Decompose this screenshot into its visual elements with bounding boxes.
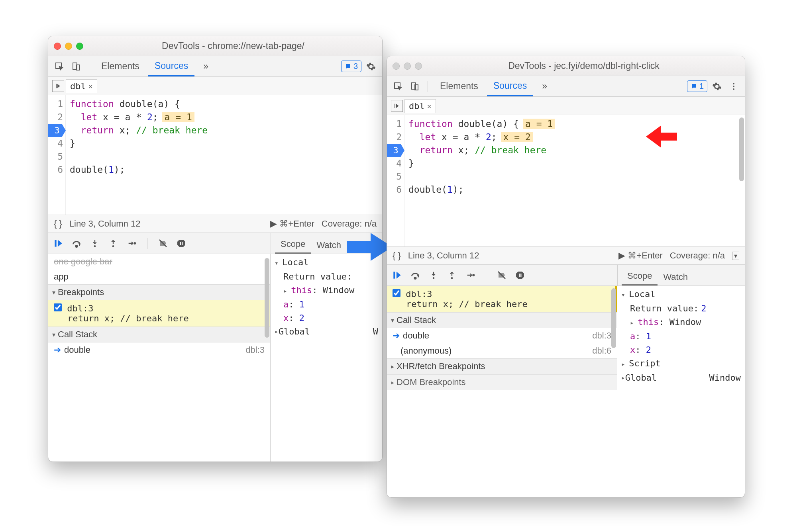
scope-local[interactable]: Local xyxy=(621,288,741,302)
settings-icon[interactable] xyxy=(710,79,724,94)
section-xhr-breakpoints[interactable]: ▸XHR/fetch Breakpoints xyxy=(387,358,617,374)
file-tabs: dbl × xyxy=(48,77,382,95)
step-out-icon[interactable] xyxy=(107,237,119,249)
step-icon[interactable] xyxy=(464,269,476,281)
tab-more-icon[interactable]: » xyxy=(536,76,554,96)
breakpoint-code: return x; // break here xyxy=(54,313,265,323)
code-lines[interactable]: function double(a) {a = 1 let x = a * 2;… xyxy=(404,115,745,246)
file-tabs: dbl × xyxy=(387,97,745,115)
pause-exceptions-icon[interactable] xyxy=(175,237,187,249)
pretty-print-icon[interactable]: { } xyxy=(54,219,62,229)
scrollbar-thumb[interactable] xyxy=(611,288,616,348)
maximize-window-icon[interactable] xyxy=(415,63,422,70)
inspect-icon[interactable] xyxy=(391,79,405,94)
close-window-icon[interactable] xyxy=(393,63,400,70)
tab-sources[interactable]: Sources xyxy=(487,76,533,96)
code-lines[interactable]: function double(a) { let x = a * 2;a = 1… xyxy=(66,95,382,215)
breakpoint-checkbox[interactable] xyxy=(393,289,400,297)
device-toggle-icon[interactable] xyxy=(69,59,83,74)
debugger-toolbar-row: Scope Watch xyxy=(48,233,382,254)
scope-this[interactable]: this: Window xyxy=(630,315,741,330)
navigator-toggle-icon[interactable] xyxy=(52,80,64,92)
step-into-icon[interactable] xyxy=(428,269,440,281)
resume-icon[interactable] xyxy=(52,237,64,249)
step-icon[interactable] xyxy=(126,237,137,249)
section-breakpoints[interactable]: ▾Breakpoints xyxy=(48,284,270,300)
scrollbar-thumb[interactable] xyxy=(739,117,744,181)
tab-watch[interactable]: Watch xyxy=(311,237,347,254)
issues-badge[interactable]: 3 xyxy=(341,61,361,72)
call-stack-frame[interactable]: (anonymous) dbl:6 xyxy=(387,343,617,358)
scrollbar-thumb[interactable] xyxy=(265,258,269,338)
scope-global[interactable]: GlobalW xyxy=(275,325,378,338)
scope-pane[interactable]: Local Return value: this: Window a: 1 x:… xyxy=(271,254,382,462)
breakpoint-item[interactable]: dbl:3 return x; // break here xyxy=(48,300,270,327)
file-tab-dbl[interactable]: dbl × xyxy=(66,79,97,93)
file-tab-dbl[interactable]: dbl × xyxy=(404,99,436,113)
sidebar-toggle-icon[interactable]: ▾ xyxy=(732,252,739,260)
scope-global[interactable]: GlobalWindow xyxy=(621,371,741,385)
row-truncated: one google bar xyxy=(48,254,270,269)
debugger-left-pane[interactable]: dbl:3 return x; // break here ▾Call Stac… xyxy=(387,286,617,497)
section-dom-breakpoints[interactable]: ▸DOM Breakpoints xyxy=(387,374,617,390)
tab-more-icon[interactable]: » xyxy=(197,56,215,76)
pretty-print-icon[interactable]: { } xyxy=(393,250,401,261)
traffic-lights xyxy=(54,43,83,50)
tab-sources[interactable]: Sources xyxy=(148,56,194,76)
breakpoint-item[interactable]: dbl:3 return x; // break here xyxy=(387,286,617,312)
inspect-icon[interactable] xyxy=(52,59,67,74)
resume-icon[interactable] xyxy=(391,269,403,281)
minimize-window-icon[interactable] xyxy=(65,43,72,50)
call-stack-frame[interactable]: ➔ double dbl:3 xyxy=(387,328,617,343)
tab-elements[interactable]: Elements xyxy=(434,76,485,96)
kebab-menu-icon[interactable] xyxy=(726,79,741,94)
row-app[interactable]: app xyxy=(48,269,270,284)
code-editor[interactable]: 3 1 2 3 4 5 6 function double(a) { let x… xyxy=(48,95,382,215)
titlebar[interactable]: DevTools - chrome://new-tab-page/ xyxy=(48,36,382,56)
breakpoint-checkbox[interactable] xyxy=(54,303,62,311)
maximize-window-icon[interactable] xyxy=(76,43,83,50)
tab-elements[interactable]: Elements xyxy=(95,56,146,76)
pause-exceptions-icon[interactable] xyxy=(514,269,526,281)
code-editor[interactable]: 3 1 2 3 4 5 6 function double(a) {a = 1 … xyxy=(387,115,745,246)
titlebar[interactable]: DevTools - jec.fyi/demo/dbl-right-click xyxy=(387,56,745,76)
device-toggle-icon[interactable] xyxy=(408,79,422,94)
step-over-icon[interactable] xyxy=(71,237,82,249)
breakpoint-label: dbl:3 xyxy=(67,303,93,313)
scope-this[interactable]: this: Window xyxy=(283,284,378,298)
minimize-window-icon[interactable] xyxy=(404,63,411,70)
step-out-icon[interactable] xyxy=(446,269,458,281)
deactivate-breakpoints-icon[interactable] xyxy=(157,237,169,249)
settings-icon[interactable] xyxy=(364,59,378,74)
navigator-toggle-icon[interactable] xyxy=(391,100,403,112)
step-into-icon[interactable] xyxy=(89,237,101,249)
scope-var-x: x: 2 xyxy=(630,343,741,357)
tab-scope[interactable]: Scope xyxy=(622,268,658,286)
line-gutter: 1 2 3 4 5 6 xyxy=(48,95,66,215)
scope-script[interactable]: Script xyxy=(621,357,741,371)
breakpoint-label: dbl:3 xyxy=(406,289,432,299)
file-tab-label: dbl xyxy=(70,81,86,91)
panel-tabbar: Elements Sources » 1 xyxy=(387,76,745,97)
devtools-window-a: DevTools - chrome://new-tab-page/ Elemen… xyxy=(48,36,383,462)
section-call-stack[interactable]: ▾Call Stack xyxy=(387,312,617,328)
close-tab-icon[interactable]: × xyxy=(427,102,432,110)
close-window-icon[interactable] xyxy=(54,43,61,50)
svg-point-15 xyxy=(733,86,734,87)
frame-location: dbl:3 xyxy=(592,331,611,341)
section-call-stack[interactable]: ▾Call Stack xyxy=(48,327,270,342)
deactivate-breakpoints-icon[interactable] xyxy=(496,269,508,281)
close-tab-icon[interactable]: × xyxy=(88,82,93,90)
issues-badge[interactable]: 1 xyxy=(687,80,707,92)
debugger-left-pane[interactable]: one google bar app ▾Breakpoints dbl:3 re… xyxy=(48,254,271,462)
tab-watch[interactable]: Watch xyxy=(658,269,693,286)
editor-statusbar: { } Line 3, Column 12 ▶ ⌘+Enter Coverage… xyxy=(387,246,745,265)
frame-location: dbl:6 xyxy=(592,346,611,356)
divider xyxy=(428,81,428,92)
call-stack-frame[interactable]: ➔ double dbl:3 xyxy=(48,342,270,358)
debugger-panes: dbl:3 return x; // break here ▾Call Stac… xyxy=(387,286,745,497)
tab-scope[interactable]: Scope xyxy=(275,236,311,254)
traffic-lights xyxy=(393,63,422,70)
step-over-icon[interactable] xyxy=(409,269,421,281)
scope-pane[interactable]: Local Return value: 2 this: Window a: 1 … xyxy=(617,286,745,497)
